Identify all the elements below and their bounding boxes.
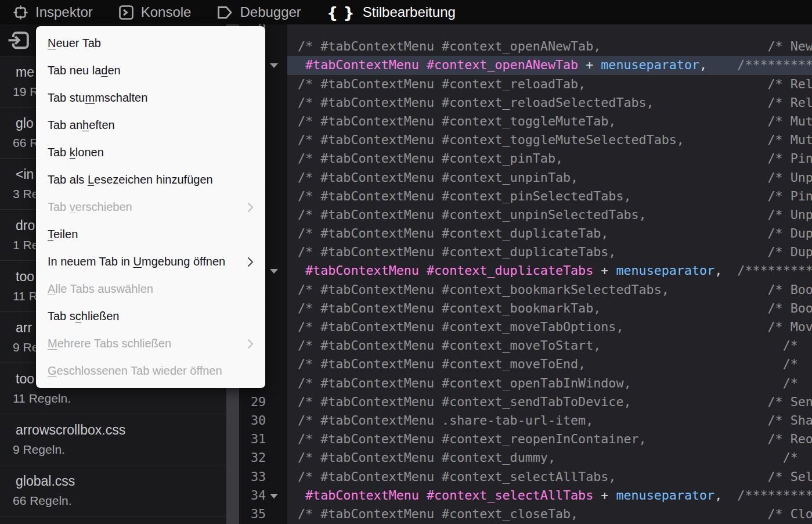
code-line-11[interactable]: 11 #tabContextMenu #context_openANewTab … (239, 56, 812, 74)
code-text: /* #tabContextMenu #context_toggleMuteSe… (287, 131, 812, 149)
code-line-24[interactable]: 24/* #tabContextMenu #context_bookmarkTa… (239, 299, 812, 318)
menu-item-pin-tab[interactable]: Tab anheften (36, 112, 265, 139)
menu-item-accesskey: U (133, 255, 142, 268)
tab-debugger[interactable]: Debugger (204, 0, 313, 24)
menu-item-mute-tab[interactable]: Tab stummschalten (36, 84, 265, 112)
code-line-30[interactable]: 30/* #tabContextMenu .share-tab-url-item… (239, 411, 812, 430)
menu-item-close-tab[interactable]: Tab schließen (36, 303, 265, 330)
code-token: /* #tabContextMenu #context_unpinSelecte… (298, 207, 647, 222)
code-token: /* #tabContextMenu #context_sendTabToDev… (298, 394, 631, 409)
menu-item-duplicate-tab[interactable]: Tab klonen (36, 139, 265, 166)
fold-arrow-icon[interactable] (270, 63, 278, 68)
code-line-15[interactable]: 15/* #tabContextMenu #context_toggleMute… (239, 131, 812, 149)
stylesheet-list-item[interactable]: global.css66 Regeln. (0, 465, 226, 516)
code-token: /* #tabContextMenu #context_reloadSelect… (298, 95, 654, 110)
menu-item-select-all-tabs[interactable]: Alle Tabs auswählen (36, 275, 265, 303)
code-text: /* #tabContextMenu #context_closeTab, /*… (287, 505, 812, 523)
right-comment: /* (783, 376, 798, 390)
code-line-17[interactable]: 17/* #tabContextMenu #context_unpinTab, … (239, 168, 812, 187)
code-token: , (714, 263, 722, 278)
menu-item-label-pre: Tab an (48, 119, 82, 131)
menu-item-close-multiple-tabs[interactable]: Mehrere Tabs schließen (36, 330, 265, 357)
menu-item-label-post: lle Tabs auswählen (55, 282, 153, 295)
menu-item-label-post: euer Tab (56, 37, 100, 49)
code-token: /* #tabContextMenu #context_duplicateTab… (298, 245, 616, 259)
menu-item-label-post: ehrere Tabs schließen (57, 337, 171, 350)
line-number: 34 (239, 486, 266, 505)
code-token: #tabContextMenu #context_duplicateTabs (298, 263, 593, 278)
menu-item-label-post: hließen (81, 310, 120, 322)
menu-item-bookmark-tab[interactable]: Tab als Lesezeichen hinzufügen (36, 166, 265, 193)
tab-inspector[interactable]: Inspektor (0, 0, 106, 24)
menu-item-label-pre: In neuem Tab in (48, 255, 133, 268)
code-text: /* #tabContextMenu #context_pinSelectedT… (287, 187, 812, 206)
code-line-21[interactable]: 21/* #tabContextMenu #context_duplicateT… (239, 243, 812, 261)
code-line-19[interactable]: 19/* #tabContextMenu #context_unpinSelec… (239, 206, 812, 224)
right-comment: /* (783, 450, 798, 465)
code-token: menuseparator (601, 58, 699, 72)
right-comment: /* Mut (768, 132, 812, 147)
code-line-29[interactable]: 29/* #tabContextMenu #context_sendTabToD… (239, 393, 812, 411)
stylesheet-rule-count: 66 Regeln. (0, 494, 226, 508)
import-stylesheet-button[interactable] (7, 28, 30, 52)
menu-item-accesskey: k (70, 146, 75, 159)
code-line-13[interactable]: 13/* #tabContextMenu #context_reloadSele… (239, 94, 812, 112)
code-line-33[interactable]: 33/* #tabContextMenu #context_selectAllT… (239, 468, 812, 486)
code-token: /* #tabContextMenu #context_unpinTab, (298, 170, 578, 185)
tab-context-menu: Neuer TabTab neu ladenTab stummschaltenT… (36, 26, 265, 388)
right-comment: /* Dup (768, 226, 812, 241)
code-text: /* #tabContextMenu #context_moveTabOptio… (287, 318, 812, 336)
tab-console[interactable]: Konsole (106, 0, 204, 24)
code-line-18[interactable]: 18/* #tabContextMenu #context_pinSelecte… (239, 187, 812, 206)
code-line-20[interactable]: 20/* #tabContextMenu #context_duplicateT… (239, 224, 812, 243)
code-line-14[interactable]: 14/* #tabContextMenu #context_toggleMute… (239, 112, 812, 131)
stylesheet-list-item[interactable]: arrowscrollbox.css9 Regeln. (0, 414, 226, 465)
code-line-12[interactable]: 12/* #tabContextMenu #context_reloadTab,… (239, 75, 812, 94)
code-token: , (699, 58, 707, 72)
code-line-28[interactable]: 28/* #tabContextMenu #context_openTabInW… (239, 374, 812, 393)
code-line-32[interactable]: 32/* #tabContextMenu #context_dummy, /* (239, 448, 812, 467)
submenu-chevron-icon (247, 257, 254, 267)
line-number-cell: 34 (239, 486, 287, 505)
menu-item-accesskey: m (85, 91, 95, 104)
menu-item-reload-tab[interactable]: Tab neu laden (36, 57, 265, 84)
code-line-23[interactable]: 23/* #tabContextMenu #context_bookmarkSe… (239, 281, 812, 299)
menu-item-accesskey: G (48, 364, 57, 377)
menu-item-accesskey: c (75, 310, 81, 322)
fold-arrow-icon[interactable] (270, 269, 278, 274)
code-line-9[interactable]: 9 (239, 24, 812, 37)
code-line-34[interactable]: 34 #tabContextMenu #context_selectAllTab… (239, 486, 812, 505)
code-token: /* #tabContextMenu .share-tab-url-item, (298, 413, 593, 428)
code-token: /* #tabContextMenu #context_pinTab, (298, 151, 563, 166)
code-text: /* #tabContextMenu #context_moveToStart,… (287, 336, 812, 355)
code-lines: 910/* #tabContextMenu #context_openANewT… (239, 24, 812, 523)
tab-style-editor[interactable]: { } Stilbearbeitung (314, 0, 468, 24)
css-editor[interactable]: 910/* #tabContextMenu #context_openANewT… (239, 24, 812, 524)
code-token: /* #tabContextMenu #context_reopenInCont… (298, 432, 647, 446)
code-line-27[interactable]: 27/* #tabContextMenu #context_moveToEnd,… (239, 355, 812, 374)
menu-item-share-tab[interactable]: Teilen (36, 221, 265, 248)
menu-item-label-post: esezeichen hinzufügen (94, 173, 213, 186)
submenu-chevron-icon (247, 339, 254, 349)
code-token: + (593, 263, 616, 278)
code-text: /* #tabContextMenu #context_toggleMuteTa… (287, 112, 812, 131)
code-line-16[interactable]: 16/* #tabContextMenu #context_pinTab, /*… (239, 149, 812, 168)
menu-item-undo-close-tab[interactable]: Geschlossenen Tab wieder öffnen (36, 357, 265, 385)
code-text: /* #tabContextMenu .share-tab-url-item, … (287, 411, 812, 430)
code-line-10[interactable]: 10/* #tabContextMenu #context_openANewTa… (239, 37, 812, 56)
menu-item-move-tab[interactable]: Tab verschieben (36, 193, 265, 221)
code-line-22[interactable]: 22 #tabContextMenu #context_duplicateTab… (239, 261, 812, 280)
code-token: + (578, 58, 601, 72)
code-token: #tabContextMenu #context_selectAllTabs (298, 488, 593, 503)
code-token: /* #tabContextMenu #context_moveToEnd, (298, 357, 586, 371)
code-line-25[interactable]: 25/* #tabContextMenu #context_moveTabOpt… (239, 318, 812, 336)
menu-item-label-post: mgebung öffnen (142, 255, 225, 268)
code-line-31[interactable]: 31/* #tabContextMenu #context_reopenInCo… (239, 430, 812, 448)
menu-item-new-tab[interactable]: Neuer Tab (36, 30, 265, 57)
code-line-26[interactable]: 26/* #tabContextMenu #context_moveToStar… (239, 336, 812, 355)
right-comment: /********** (737, 58, 812, 72)
menu-item-reopen-in-container[interactable]: In neuem Tab in Umgebung öffnen (36, 248, 265, 275)
code-line-35[interactable]: 35/* #tabContextMenu #context_closeTab, … (239, 505, 812, 523)
code-text: /* #tabContextMenu #context_openANewTab,… (287, 37, 812, 56)
fold-arrow-icon[interactable] (270, 494, 278, 498)
